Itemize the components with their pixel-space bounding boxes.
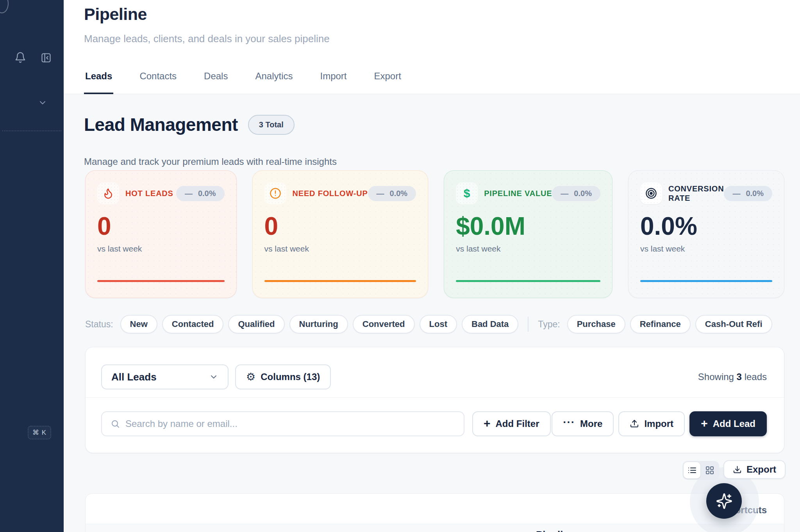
search-icon: [111, 419, 120, 428]
sidebar-separator: [2, 130, 61, 131]
alert-circle-icon: [264, 182, 286, 204]
stat-label: PIPELINE VALUE: [484, 189, 552, 198]
delta-value: 0.0%: [390, 189, 408, 198]
lead-management-heading: Lead Management 3 Total: [84, 114, 295, 135]
stat-caption: vs last week: [264, 244, 416, 254]
stat-value: $0.0M: [456, 214, 600, 239]
tab-contacts[interactable]: Contacts: [138, 71, 178, 94]
grid-view-toggle[interactable]: [701, 462, 718, 478]
total-count-badge: 3 Total: [248, 115, 295, 135]
page-header: Pipeline Manage leads, clients, and deal…: [64, 0, 800, 94]
export-button[interactable]: Export: [723, 460, 786, 479]
leads-control-panel: All Leads ⚙ Columns (13) Showing 3 leads…: [85, 347, 784, 453]
page-subtitle: Manage leads, clients, and deals in your…: [84, 33, 330, 45]
leads-view-select-value: All Leads: [111, 371, 157, 383]
stat-label: NEED FOLLOW-UP: [293, 189, 368, 198]
download-icon: [733, 465, 742, 474]
table-header-row: Pipeline: [86, 524, 784, 532]
page-title: Pipeline: [84, 5, 147, 24]
import-button[interactable]: Import: [618, 411, 685, 436]
header-tabs: Leads Contacts Deals Analytics Import Ex…: [84, 71, 402, 94]
leads-view-select[interactable]: All Leads: [101, 364, 229, 389]
list-view-toggle[interactable]: [684, 462, 700, 478]
type-chip-refinance[interactable]: Refinance: [630, 315, 691, 334]
dash: —: [732, 189, 740, 198]
stat-delta-badge: — 0.0%: [368, 186, 416, 201]
gear-icon: ⚙: [246, 372, 255, 382]
stat-label: HOT LEADS: [125, 189, 176, 198]
columns-button-label: Columns (13): [261, 371, 320, 382]
type-chip-purchase[interactable]: Purchase: [567, 315, 625, 334]
stat-accent-bar: [640, 280, 772, 282]
status-filter-label: Status:: [85, 319, 113, 330]
stat-accent-bar: [97, 280, 225, 282]
stat-delta-badge: — 0.0%: [552, 186, 600, 201]
grid-icon: [705, 466, 714, 475]
tab-import[interactable]: Import: [319, 71, 348, 94]
upload-icon: [630, 419, 639, 428]
stat-cards-row: HOT LEADS — 0.0% 0 vs last week NEED FOL…: [85, 170, 784, 298]
columns-button[interactable]: ⚙ Columns (13): [235, 364, 331, 389]
tab-analytics[interactable]: Analytics: [254, 71, 294, 94]
dollar-icon: $: [456, 182, 478, 204]
sparkles-icon: [716, 493, 733, 510]
command-k-shortcut-badge[interactable]: ⌘ K: [28, 426, 51, 439]
status-chip-converted[interactable]: Converted: [353, 315, 415, 334]
logo-fragment: [0, 0, 9, 13]
tab-leads[interactable]: Leads: [84, 71, 113, 94]
stat-label: CONVERSION RATE: [668, 184, 724, 203]
leads-table-card: Shortcuts Pipeline: [85, 493, 784, 532]
stat-delta-badge: — 0.0%: [176, 186, 225, 201]
stat-accent-bar: [456, 280, 600, 282]
delta-value: 0.0%: [574, 189, 592, 198]
notifications-bell-icon[interactable]: [14, 51, 27, 64]
stat-card-hot-leads: HOT LEADS — 0.0% 0 vs last week: [85, 170, 237, 298]
status-chip-new[interactable]: New: [120, 315, 157, 334]
dash: —: [185, 189, 193, 198]
stat-card-conversion-rate: CONVERSION RATE — 0.0% 0.0% vs last week: [628, 170, 784, 298]
add-lead-button[interactable]: + Add Lead: [689, 411, 767, 436]
collapse-sidebar-icon[interactable]: [40, 52, 52, 64]
dash: —: [377, 189, 384, 198]
partial-table-text: Pipeline: [536, 529, 575, 532]
panel-divider: [86, 397, 784, 398]
chips-divider: [528, 317, 529, 332]
stat-delta-badge: — 0.0%: [724, 186, 772, 201]
view-toggle-group: [682, 461, 719, 480]
status-chip-lost[interactable]: Lost: [420, 315, 457, 334]
showing-count: Showing 3 leads: [698, 371, 767, 382]
pipeline-page: ⌘ K Pipeline Manage leads, clients, and …: [0, 0, 800, 532]
stat-value: 0.0%: [640, 214, 772, 239]
section-subtitle: Manage and track your premium leads with…: [84, 156, 337, 167]
dash: —: [561, 189, 568, 198]
tab-export[interactable]: Export: [373, 71, 402, 94]
search-box: [101, 411, 464, 436]
filter-chips-row: Status: New Contacted Qualified Nurturin…: [85, 315, 772, 334]
type-chip-cash-out-refi[interactable]: Cash-Out Refi: [695, 315, 772, 334]
status-chip-nurturing[interactable]: Nurturing: [289, 315, 348, 334]
sidebar: ⌘ K: [0, 0, 64, 532]
add-filter-button[interactable]: + Add Filter: [472, 411, 551, 436]
status-chip-contacted[interactable]: Contacted: [162, 315, 224, 334]
stat-value: 0: [264, 214, 416, 239]
chevron-down-icon: [209, 372, 218, 382]
stat-accent-bar: [264, 280, 416, 282]
more-button[interactable]: ··· More: [552, 411, 614, 436]
tab-deals[interactable]: Deals: [203, 71, 229, 94]
showing-count-number: 3: [737, 371, 742, 382]
ai-assistant-fab[interactable]: [706, 483, 742, 519]
stat-card-pipeline-value: $ PIPELINE VALUE — 0.0% $0.0M vs last we…: [444, 170, 612, 298]
type-filter-label: Type:: [538, 319, 560, 330]
stat-caption: vs last week: [97, 244, 225, 254]
section-title: Lead Management: [84, 114, 238, 135]
stat-caption: vs last week: [640, 244, 772, 254]
stat-card-need-follow-up: NEED FOLLOW-UP — 0.0% 0 vs last week: [252, 170, 429, 298]
list-icon: [688, 466, 697, 475]
stat-value: 0: [97, 214, 225, 239]
status-chip-bad-data[interactable]: Bad Data: [462, 315, 518, 334]
search-input[interactable]: [125, 418, 455, 429]
flame-icon: [97, 182, 119, 204]
sidebar-chevron-down-icon[interactable]: [37, 98, 48, 107]
status-chip-qualified[interactable]: Qualified: [228, 315, 284, 334]
stat-caption: vs last week: [456, 244, 600, 254]
